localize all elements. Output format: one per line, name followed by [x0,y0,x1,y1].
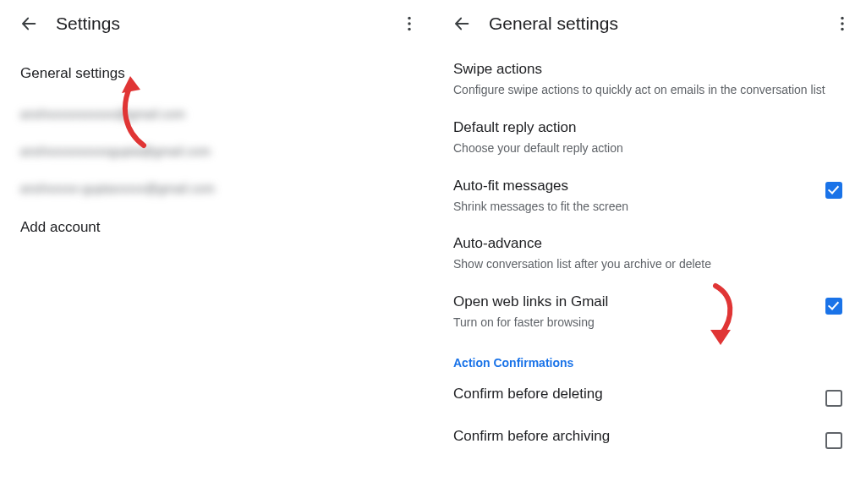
more-vert-icon [400,14,419,33]
more-vert-icon [833,14,852,33]
nav-account-1[interactable]: anshxxxxxxxxxxgupta@gmail.com [0,133,433,170]
row-title: Confirm before deleting [453,385,808,404]
back-button[interactable] [445,7,479,41]
row-confirm-delete[interactable]: Confirm before deleting [433,375,866,417]
back-arrow-icon [452,14,471,33]
row-subtitle: Shrink messages to fit the screen [453,199,808,215]
nav-general-settings[interactable]: General settings [0,56,433,96]
appbar-settings: Settings [0,0,433,47]
svg-point-6 [841,22,843,25]
row-title: Auto-advance [453,234,832,254]
row-subtitle: Choose your default reply action [453,140,832,156]
settings-list: General settings anshxxxxxxxxxxx@gmail.c… [0,47,433,248]
page-title: Settings [56,14,120,34]
row-title: Confirm before archiving [453,427,808,446]
row-subtitle: Show conversation list after you archive… [453,256,832,272]
row-title: Auto-fit messages [453,177,808,196]
svg-point-2 [408,22,410,25]
screen-general-settings: General settings Swipe actions Configure… [433,0,866,504]
svg-point-5 [841,17,843,19]
svg-point-3 [408,28,410,30]
overflow-menu-button[interactable] [392,7,426,41]
row-default-reply-action[interactable]: Default reply action Choose your default… [433,108,866,167]
nav-account-2[interactable]: anshxxxxx-guptaxxxxx@gmail.com [0,170,433,207]
nav-account-0[interactable]: anshxxxxxxxxxxx@gmail.com [0,96,433,133]
checkbox-auto-fit[interactable] [825,182,842,199]
section-action-confirmations: Action Confirmations [433,341,866,375]
row-subtitle: Configure swipe actions to quickly act o… [453,82,832,98]
nav-add-account[interactable]: Add account [0,207,433,248]
row-swipe-actions[interactable]: Swipe actions Configure swipe actions to… [433,50,866,108]
appbar-general-settings: General settings [433,0,866,47]
screen-settings: Settings General settings anshxxxxxxxxxx… [0,0,433,504]
back-arrow-icon [19,14,38,33]
back-button[interactable] [12,7,46,41]
row-open-web-links[interactable]: Open web links in Gmail Turn on for fast… [433,282,866,341]
checkbox-open-web-links[interactable] [825,298,842,315]
page-title: General settings [489,14,618,34]
row-auto-fit-messages[interactable]: Auto-fit messages Shrink messages to fit… [433,167,866,225]
row-title: Open web links in Gmail [453,293,808,312]
checkbox-confirm-delete[interactable] [825,390,842,407]
row-auto-advance[interactable]: Auto-advance Show conversation list afte… [433,224,866,282]
general-settings-list: Swipe actions Configure swipe actions to… [433,47,866,459]
svg-point-1 [408,17,410,19]
row-title: Swipe actions [453,60,832,79]
checkbox-confirm-archive[interactable] [825,432,842,449]
row-subtitle: Turn on for faster browsing [453,315,808,331]
row-confirm-archive[interactable]: Confirm before archiving [433,417,866,459]
svg-point-7 [841,28,843,30]
row-title: Default reply action [453,118,832,138]
overflow-menu-button[interactable] [825,7,859,41]
